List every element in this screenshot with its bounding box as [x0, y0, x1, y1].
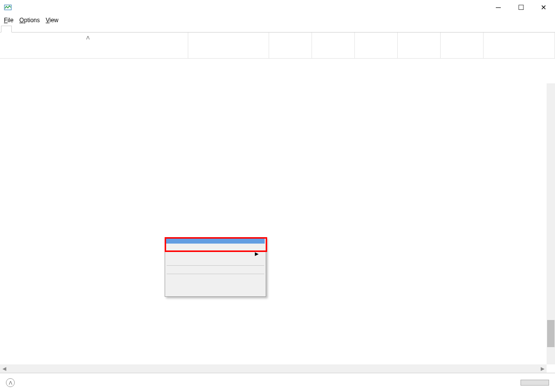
menu-options[interactable]: Options	[19, 17, 39, 24]
context-end-task[interactable]	[166, 244, 265, 249]
footer: ᐱ	[0, 373, 555, 392]
tab-users[interactable]	[44, 26, 55, 32]
task-manager-icon	[4, 3, 12, 11]
context-menu: ▶	[165, 237, 266, 297]
context-search-online[interactable]	[166, 285, 265, 290]
minimize-button[interactable]: ─	[487, 0, 510, 15]
column-gpu[interactable]	[441, 33, 484, 58]
restart-button[interactable]	[520, 380, 549, 386]
menubar: File Options View	[0, 15, 555, 26]
horizontal-scrollbar[interactable]: ◀ ▶	[0, 364, 547, 373]
titlebar: ─ ☐ ✕	[0, 0, 555, 15]
sort-arrow-icon: ᐱ	[86, 35, 90, 40]
maximize-button[interactable]: ☐	[510, 0, 532, 15]
context-create-dump[interactable]	[166, 267, 265, 272]
column-disk[interactable]	[355, 33, 398, 58]
close-button[interactable]: ✕	[532, 0, 555, 15]
context-resource-values[interactable]: ▶	[166, 249, 265, 259]
column-cpu[interactable]	[269, 33, 312, 58]
window-controls: ─ ☐ ✕	[487, 0, 555, 15]
submenu-arrow-icon: ▶	[255, 251, 259, 256]
column-status[interactable]	[188, 33, 269, 58]
tab-services[interactable]	[66, 26, 77, 32]
context-separator	[167, 265, 264, 266]
tab-processes[interactable]	[1, 26, 12, 33]
column-name[interactable]: ᐱ	[0, 33, 188, 58]
process-list	[0, 83, 547, 364]
tab-performance[interactable]	[12, 26, 23, 32]
vertical-scrollbar[interactable]	[547, 83, 555, 364]
tab-startup[interactable]	[34, 26, 44, 32]
context-restart[interactable]	[166, 239, 265, 244]
menu-view[interactable]: View	[46, 17, 59, 24]
column-headers: ᐱ	[0, 33, 555, 59]
context-properties[interactable]	[166, 290, 265, 295]
menu-file[interactable]: File	[4, 17, 13, 24]
column-network[interactable]	[398, 33, 441, 58]
tab-details[interactable]	[55, 26, 66, 32]
tab-app-history[interactable]	[23, 26, 34, 32]
fewer-details-toggle[interactable]: ᐱ	[6, 378, 18, 387]
column-gpu-engine[interactable]	[484, 33, 555, 58]
chevron-up-icon: ᐱ	[6, 378, 15, 387]
column-memory[interactable]	[312, 33, 355, 58]
scroll-left-icon[interactable]: ◀	[0, 366, 8, 371]
context-separator	[167, 274, 264, 274]
context-go-details[interactable]	[166, 276, 265, 281]
scrollbar-thumb[interactable]	[547, 320, 555, 347]
scroll-right-icon[interactable]: ▶	[538, 366, 547, 371]
context-provide-feedback	[166, 259, 265, 264]
tab-strip	[0, 26, 555, 33]
context-open-location[interactable]	[166, 281, 265, 285]
